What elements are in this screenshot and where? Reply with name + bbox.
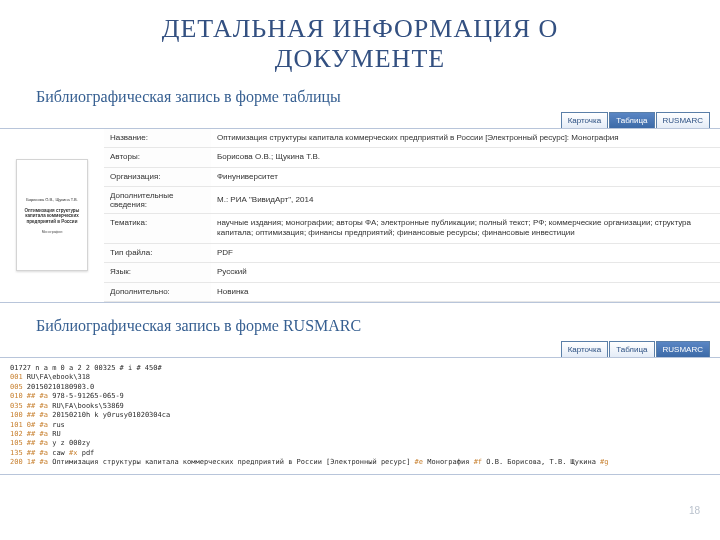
tabs-top: Карточка Таблица RUSMARC (0, 112, 720, 128)
thumb-authors: Борисова О.В., Щукина Т.В. (26, 197, 77, 202)
label-authors: Авторы: (104, 148, 211, 167)
tab-table-2[interactable]: Таблица (609, 341, 654, 357)
label-theme: Тематика: (104, 213, 211, 243)
tab-rusmarc[interactable]: RUSMARC (656, 112, 710, 128)
tab-card[interactable]: Карточка (561, 112, 609, 128)
table-row: Тематика:научные издания; монографии; ав… (104, 213, 720, 243)
value-type: PDF (211, 243, 720, 262)
page-title-line1: ДЕТАЛЬНАЯ ИНФОРМАЦИЯ О (162, 14, 559, 43)
subhead-rusmarc: Библиографическая запись в форме RUSMARC (36, 317, 720, 335)
page-number: 18 (689, 505, 700, 516)
subhead-table: Библиографическая запись в форме таблицы (36, 88, 720, 106)
table-row: Язык:Русский (104, 263, 720, 282)
rusmarc-listing: 01727 n a m 0 a 2 2 00325 # i # 450# 001… (0, 358, 720, 474)
value-more: М.: РИА "ВивидАрт", 2014 (211, 186, 720, 213)
tabs-bottom: Карточка Таблица RUSMARC (0, 341, 720, 357)
value-add: Новинка (211, 282, 720, 301)
value-org: Финуниверситет (211, 167, 720, 186)
label-more: Дополнительные сведения: (104, 186, 211, 213)
table-row: Дополнительные сведения:М.: РИА "ВивидАр… (104, 186, 720, 213)
tab-table[interactable]: Таблица (609, 112, 654, 128)
value-theme: научные издания; монографии; авторы ФА; … (211, 213, 720, 243)
value-name: Оптимизация структуры капитала коммерчес… (211, 129, 720, 148)
tab-card-2[interactable]: Карточка (561, 341, 609, 357)
table-row: Авторы:Борисова О.В.; Щукина Т.В. (104, 148, 720, 167)
thumb-type: Монография (42, 230, 63, 234)
rusmarc-panel: 01727 n a m 0 a 2 2 00325 # i # 450# 001… (0, 357, 720, 475)
label-type: Тип файла: (104, 243, 211, 262)
tab-rusmarc-2[interactable]: RUSMARC (656, 341, 710, 357)
table-row: Тип файла:PDF (104, 243, 720, 262)
value-authors: Борисова О.В.; Щукина Т.В. (211, 148, 720, 167)
table-row: Организация:Финуниверситет (104, 167, 720, 186)
book-thumbnail: Борисова О.В., Щукина Т.В. Оптимизация с… (16, 159, 88, 271)
page-title-line2: ДОКУМЕНТЕ (275, 44, 445, 73)
label-add: Дополнительно: (104, 282, 211, 301)
table-row: Название:Оптимизация структуры капитала … (104, 129, 720, 148)
thumb-title: Оптимизация структуры капитала коммерчес… (21, 208, 84, 224)
table-panel: Борисова О.В., Щукина Т.В. Оптимизация с… (0, 128, 720, 303)
table-row: Дополнительно:Новинка (104, 282, 720, 301)
label-lang: Язык: (104, 263, 211, 282)
label-org: Организация: (104, 167, 211, 186)
value-lang: Русский (211, 263, 720, 282)
label-name: Название: (104, 129, 211, 148)
